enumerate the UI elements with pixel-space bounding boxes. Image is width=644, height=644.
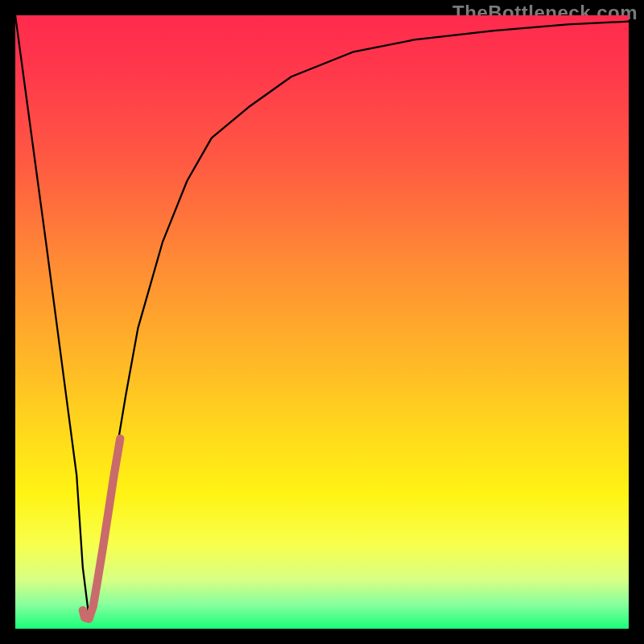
plot-svg [15, 15, 629, 629]
plot-area [15, 15, 629, 629]
segment-pink [83, 439, 120, 619]
chart-frame: TheBottleneck.com [0, 0, 644, 644]
